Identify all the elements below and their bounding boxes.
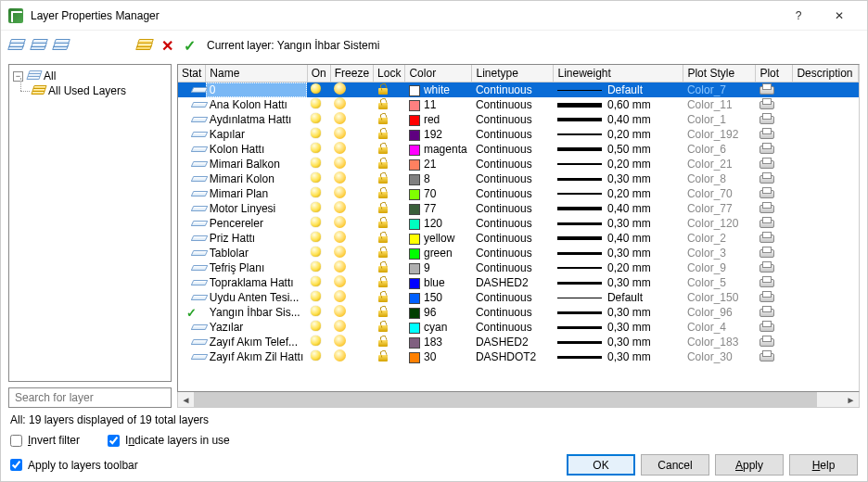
color-cell[interactable]: 77 (405, 201, 472, 216)
plotstyle-cell[interactable]: Color_192 (683, 127, 756, 142)
color-cell[interactable]: 150 (405, 290, 472, 305)
linetype-cell[interactable]: Continuous (472, 290, 554, 305)
on-toggle[interactable] (307, 349, 330, 364)
linetype-cell[interactable]: DASHDOT2 (472, 349, 554, 364)
horizontal-scrollbar[interactable]: ◄ ► (177, 392, 860, 408)
lineweight-cell[interactable]: 0,30 mm (554, 246, 683, 260)
plot-toggle[interactable] (756, 112, 793, 127)
description-cell[interactable] (793, 97, 859, 112)
on-toggle[interactable] (307, 157, 330, 171)
description-cell[interactable] (793, 186, 859, 201)
set-current-icon[interactable]: ✓ (181, 37, 198, 54)
plotstyle-cell[interactable]: Color_9 (683, 260, 756, 275)
linetype-cell[interactable]: Continuous (472, 97, 554, 112)
color-cell[interactable]: 21 (405, 157, 472, 171)
plot-toggle[interactable] (756, 97, 793, 112)
on-toggle[interactable] (307, 112, 330, 127)
description-cell[interactable] (793, 349, 859, 364)
on-toggle[interactable] (307, 142, 330, 157)
lineweight-cell[interactable]: 0,30 mm (554, 216, 683, 231)
plotstyle-cell[interactable]: Color_2 (683, 231, 756, 246)
lock-toggle[interactable] (374, 349, 405, 364)
lineweight-cell[interactable]: 0,40 mm (554, 201, 683, 216)
linetype-cell[interactable]: DASHED2 (472, 335, 554, 349)
layer-name[interactable]: Aydınlatma Hattı (206, 112, 307, 127)
ok-button[interactable]: OK (567, 454, 635, 476)
lineweight-cell[interactable]: Default (554, 290, 683, 305)
on-toggle[interactable] (307, 246, 330, 260)
lineweight-cell[interactable]: 0,40 mm (554, 112, 683, 127)
freeze-toggle[interactable] (330, 290, 373, 305)
plotstyle-cell[interactable]: Color_8 (683, 171, 756, 186)
table-row[interactable]: ✓Yangın İhbar Sis...96Continuous0,30 mmC… (178, 305, 859, 320)
plotstyle-cell[interactable]: Color_4 (683, 320, 756, 335)
col-lineweight[interactable]: Lineweight (554, 65, 683, 82)
plotstyle-cell[interactable]: Color_7 (683, 82, 756, 98)
plot-toggle[interactable] (756, 157, 793, 171)
col-color[interactable]: Color (405, 65, 472, 82)
lock-toggle[interactable] (374, 305, 405, 320)
linetype-cell[interactable]: Continuous (472, 171, 554, 186)
on-toggle[interactable] (307, 201, 330, 216)
apply-toolbar-input[interactable] (10, 459, 22, 471)
col-status[interactable]: Stat (178, 65, 206, 82)
plotstyle-cell[interactable]: Color_70 (683, 186, 756, 201)
table-row[interactable]: Mimari Kolon8Continuous0,30 mmColor_8 (178, 171, 859, 186)
linetype-cell[interactable]: Continuous (472, 142, 554, 157)
plotstyle-cell[interactable]: Color_96 (683, 305, 756, 320)
plot-toggle[interactable] (756, 335, 793, 349)
lock-toggle[interactable] (374, 260, 405, 275)
lock-toggle[interactable] (374, 157, 405, 171)
indicate-layers-checkbox[interactable]: Indicate layers in use (108, 434, 230, 447)
freeze-toggle[interactable] (330, 127, 373, 142)
color-cell[interactable]: green (405, 246, 472, 260)
color-cell[interactable]: 9 (405, 260, 472, 275)
table-row[interactable]: TablolargreenContinuous0,30 mmColor_3 (178, 246, 859, 260)
col-description[interactable]: Description (793, 65, 859, 82)
lineweight-cell[interactable]: 0,50 mm (554, 142, 683, 157)
description-cell[interactable] (793, 112, 859, 127)
description-cell[interactable] (793, 305, 859, 320)
plotstyle-cell[interactable]: Color_183 (683, 335, 756, 349)
scroll-right-icon[interactable]: ► (843, 392, 859, 407)
plot-toggle[interactable] (756, 186, 793, 201)
color-cell[interactable]: blue (405, 275, 472, 290)
plot-toggle[interactable] (756, 231, 793, 246)
col-lock[interactable]: Lock (374, 65, 405, 82)
linetype-cell[interactable]: Continuous (472, 186, 554, 201)
table-row[interactable]: Tefriş Planı9Continuous0,20 mmColor_9 (178, 260, 859, 275)
layer-name[interactable]: Yazılar (206, 320, 307, 335)
invert-filter-input[interactable] (10, 435, 22, 447)
color-cell[interactable]: cyan (405, 320, 472, 335)
linetype-cell[interactable]: Continuous (472, 112, 554, 127)
plotstyle-cell[interactable]: Color_77 (683, 201, 756, 216)
lock-toggle[interactable] (374, 275, 405, 290)
description-cell[interactable] (793, 127, 859, 142)
lock-toggle[interactable] (374, 201, 405, 216)
description-cell[interactable] (793, 320, 859, 335)
freeze-toggle[interactable] (330, 82, 373, 98)
color-cell[interactable]: yellow (405, 231, 472, 246)
apply-button[interactable]: Apply (715, 454, 784, 476)
plot-toggle[interactable] (756, 171, 793, 186)
color-cell[interactable]: 70 (405, 186, 472, 201)
layer-name[interactable]: Mimari Plan (206, 186, 307, 201)
on-toggle[interactable] (307, 260, 330, 275)
freeze-toggle[interactable] (330, 246, 373, 260)
help-button[interactable]: Help (789, 454, 858, 476)
lock-toggle[interactable] (374, 290, 405, 305)
freeze-toggle[interactable] (330, 171, 373, 186)
plot-toggle[interactable] (756, 142, 793, 157)
lock-toggle[interactable] (374, 335, 405, 349)
lineweight-cell[interactable]: 0,30 mm (554, 335, 683, 349)
description-cell[interactable] (793, 231, 859, 246)
linetype-cell[interactable]: Continuous (472, 320, 554, 335)
table-row[interactable]: Motor Linyesi77Continuous0,40 mmColor_77 (178, 201, 859, 216)
description-cell[interactable] (793, 290, 859, 305)
plotstyle-cell[interactable]: Color_11 (683, 97, 756, 112)
on-toggle[interactable] (307, 186, 330, 201)
lock-toggle[interactable] (374, 246, 405, 260)
table-row[interactable]: Uydu Anten Tesi...150ContinuousDefaultCo… (178, 290, 859, 305)
search-box[interactable] (8, 387, 172, 408)
description-cell[interactable] (793, 171, 859, 186)
